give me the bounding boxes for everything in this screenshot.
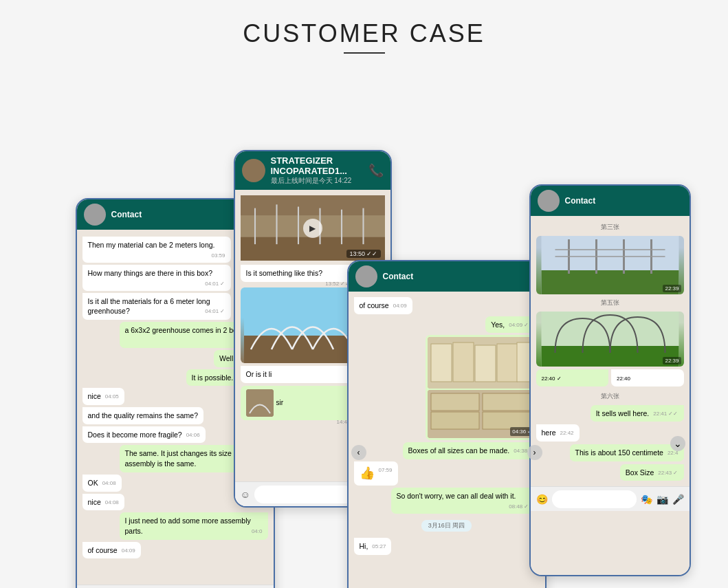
play-button[interactable]: ▶	[303, 219, 322, 238]
msg-thumbsup: 👍 07:59	[354, 461, 398, 486]
avatar	[242, 159, 265, 182]
sticker-icon: 🎭	[641, 494, 652, 505]
msg-time-1: 22:40 ✓	[536, 369, 609, 386]
msg-box-size: Box Size 22:43 ✓	[620, 464, 684, 481]
svg-rect-14	[453, 342, 474, 382]
message-input-2[interactable]	[254, 486, 353, 503]
time-label-1: 22:39	[663, 285, 681, 292]
section-label-3: 第六张	[536, 391, 684, 402]
msg-received: of course 04:09	[82, 542, 141, 559]
msg-hi: Hi, 05:27	[354, 538, 392, 555]
section-label-1: 第三张	[536, 221, 684, 233]
contact-info: STRATEGIZER INCOPARATED1... 最后上线时间是今天 14…	[271, 155, 363, 186]
scroll-right[interactable]: ›	[527, 445, 542, 460]
msg-image-boxes: 04:36 ✓	[426, 335, 540, 440]
msg-received: How many things are there in this box?04…	[82, 265, 231, 291]
chat-input-bar-4[interactable]: 😊 🎭 📷 🎤	[531, 486, 690, 511]
chat-header: STRATEGIZER INCOPARATED1... 最后上线时间是今天 14…	[235, 151, 390, 190]
msg-received: Does it become more fragile? 04:06	[82, 426, 206, 444]
video-thumbnail: ▶ 13:50 ✓✓	[241, 195, 385, 261]
msg-received: Is it something like this? 13:52 ✓✓	[241, 265, 356, 282]
svg-rect-19	[431, 393, 479, 411]
msg-sir: sir 14:44	[241, 386, 356, 420]
page-title: CUSTOMER CASE	[243, 19, 485, 48]
svg-rect-21	[483, 393, 531, 411]
msg-time-2: 22:40	[611, 369, 684, 386]
camera-icon-4: 📷	[657, 494, 668, 505]
screenshot-4: Contact 第三张	[529, 184, 691, 576]
svg-rect-20	[431, 412, 479, 429]
contact-name: STRATEGIZER INCOPARATED1...	[271, 155, 363, 176]
msg-of-course: of course 04:09	[354, 297, 412, 314]
msg-received: OK 04:08	[82, 475, 122, 492]
msg-dont-worry: So don't worry, we can all deal with it.…	[391, 488, 540, 514]
svg-rect-24	[541, 270, 679, 294]
msg-boxes-text: Boxes of all sizes can be made. 04:38 ✓	[403, 442, 540, 459]
emoji-icon-2: ☺	[241, 489, 250, 500]
title-underline	[344, 52, 385, 54]
call-icon[interactable]: 📞	[368, 163, 384, 178]
chat-input-bar[interactable]: ☺ 📎 📷 🎤	[77, 585, 274, 588]
field-image-2: 22:39	[536, 312, 684, 367]
date-divider: 3月16日 周四	[421, 520, 472, 532]
screenshots-container: Contact Then my material can be 2 meters…	[34, 81, 694, 576]
msg-or: Or is it li	[241, 366, 356, 383]
msg-sells-well: It sells well here. 22:41 ✓✓	[591, 405, 684, 422]
msg-received: Is it all the materials for a 6 meter lo…	[82, 293, 231, 320]
emoji-icon-4: 😊	[536, 494, 548, 505]
msg-here: here 22:42	[536, 424, 580, 442]
scroll-left[interactable]: ‹	[351, 445, 366, 460]
section-label-2: 第五张	[536, 297, 684, 309]
msg-received: nice 04:05	[82, 388, 124, 405]
msg-sent: I just need to add some more assembly pa…	[120, 512, 268, 539]
field-image-1: 22:39	[536, 236, 684, 294]
msg-150cm: This is about 150 centimete 22:4	[570, 444, 684, 461]
screenshot-3: Contact ‹ › of course 04:09 Yes, 04:09 ✓…	[347, 260, 547, 588]
msg-received: and the quality remains the same?	[82, 407, 204, 424]
svg-rect-13	[431, 344, 452, 382]
svg-rect-15	[475, 345, 496, 382]
time-label-2: 22:39	[663, 357, 681, 364]
message-input-4[interactable]	[552, 490, 637, 508]
video-duration: 13:50 ✓✓	[346, 250, 380, 258]
mic-icon-4: 🎤	[672, 494, 684, 505]
msg-received: nice 04:08	[82, 494, 124, 511]
expand-icon[interactable]: ⌄	[670, 436, 685, 451]
contact-status: 最后上线时间是今天 14:22	[271, 176, 363, 186]
msg-received: Then my material can be 2 meters long.03…	[82, 237, 231, 263]
svg-rect-16	[497, 344, 518, 382]
